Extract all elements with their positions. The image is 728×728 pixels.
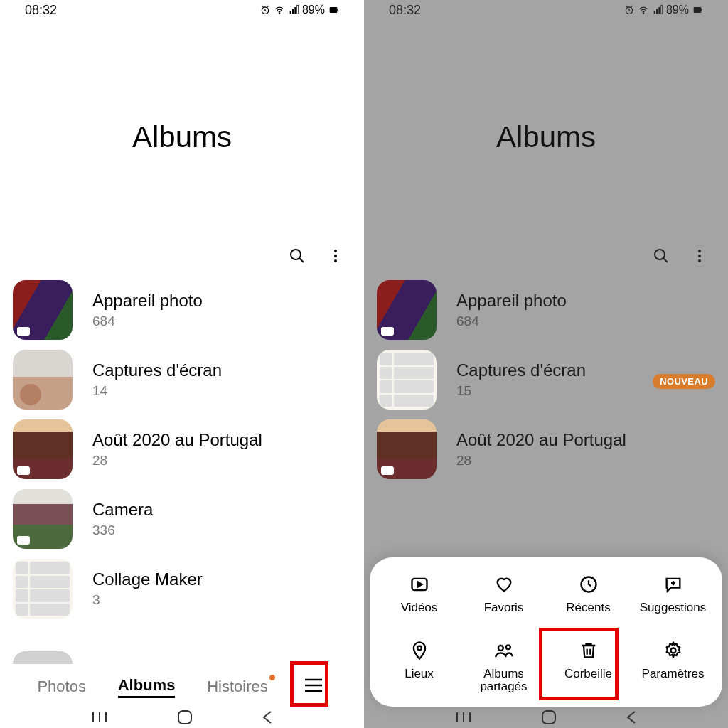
- svg-rect-20: [701, 9, 702, 11]
- tab-albums[interactable]: Albums: [118, 676, 176, 698]
- bottom-sheet-menu: Vidéos Favoris Récents Suggestions Lieux…: [370, 557, 722, 707]
- svg-point-29: [505, 645, 510, 649]
- album-thumbnail: [13, 350, 73, 410]
- albums-list: Appareil photo 684 Captures d'écran 15 N…: [364, 280, 728, 479]
- svg-point-9: [334, 250, 337, 252]
- screen-menu-sheet: 08:32 89% Albums Appareil photo 684: [364, 0, 728, 728]
- search-button[interactable]: [653, 247, 670, 267]
- status-indicators: 89%: [259, 4, 339, 16]
- home-icon[interactable]: [541, 710, 557, 725]
- svg-rect-18: [661, 5, 663, 14]
- svg-point-21: [655, 250, 665, 259]
- album-item[interactable]: Captures d'écran 15 NOUVEAU: [377, 350, 715, 410]
- svg-rect-12: [178, 711, 191, 724]
- tutorial-highlight-box: [539, 628, 619, 700]
- album-item[interactable]: Camera 336: [13, 489, 351, 549]
- battery-percent: 89%: [666, 4, 689, 16]
- menu-videos[interactable]: Vidéos: [377, 574, 461, 615]
- svg-rect-16: [656, 9, 658, 14]
- svg-point-1: [279, 13, 279, 14]
- menu-recents[interactable]: Récents: [546, 574, 631, 615]
- status-time: 08:32: [389, 3, 421, 18]
- battery-percent: 89%: [302, 4, 325, 16]
- status-bar: 08:32 89%: [364, 0, 728, 20]
- svg-rect-17: [658, 7, 660, 14]
- wifi-icon: [274, 4, 285, 16]
- menu-lieux[interactable]: Lieux: [377, 641, 461, 694]
- search-button[interactable]: [289, 247, 306, 267]
- tab-photos[interactable]: Photos: [37, 678, 86, 696]
- menu-albums-partages[interactable]: Albums partagés: [461, 641, 546, 694]
- album-item[interactable]: Août 2020 au Portugal 28: [377, 419, 715, 479]
- svg-point-27: [417, 646, 422, 650]
- album-item[interactable]: Captures d'écran 14: [13, 350, 351, 410]
- alarm-icon: [259, 4, 271, 16]
- svg-rect-31: [542, 711, 555, 724]
- album-item[interactable]: Appareil photo 684: [377, 280, 715, 340]
- album-count: 14: [92, 383, 351, 399]
- menu-label: Suggestions: [640, 601, 707, 615]
- tab-label: Histoires: [207, 678, 268, 695]
- album-item[interactable]: Août 2020 au Portugal 28: [13, 419, 351, 479]
- chat-plus-icon: [663, 574, 683, 594]
- svg-rect-15: [654, 11, 655, 14]
- album-count: 684: [92, 314, 351, 329]
- home-icon[interactable]: [177, 710, 193, 725]
- android-nav-bar: [364, 707, 728, 728]
- menu-label: Paramètres: [642, 668, 705, 681]
- album-name: Appareil photo: [92, 291, 351, 311]
- svg-rect-3: [292, 9, 294, 14]
- svg-rect-5: [297, 5, 299, 14]
- more-button[interactable]: [327, 247, 344, 267]
- bottom-tabs: Photos Albums Histoires: [0, 667, 364, 707]
- battery-icon: [692, 4, 703, 16]
- back-icon[interactable]: [626, 710, 636, 724]
- signal-icon: [288, 4, 299, 16]
- alarm-icon: [623, 4, 635, 16]
- more-button[interactable]: [691, 247, 708, 267]
- recent-apps-icon[interactable]: [92, 711, 107, 724]
- menu-button[interactable]: [300, 674, 327, 700]
- svg-point-22: [698, 250, 701, 252]
- album-item[interactable]: Collage Maker 3: [13, 559, 351, 619]
- svg-rect-4: [294, 7, 296, 14]
- recent-apps-icon[interactable]: [456, 711, 471, 724]
- album-count: 3: [92, 592, 351, 608]
- wifi-icon: [638, 4, 649, 16]
- tab-histoires[interactable]: Histoires: [207, 678, 268, 696]
- status-bar: 08:32 89%: [0, 0, 364, 20]
- back-icon[interactable]: [262, 710, 272, 724]
- screen-albums-list: 08:32 89% Albums Appareil photo 684: [0, 0, 364, 728]
- menu-label: Récents: [566, 601, 610, 615]
- menu-favoris[interactable]: Favoris: [461, 574, 546, 615]
- people-icon: [494, 641, 514, 660]
- album-count: 684: [456, 314, 715, 329]
- android-nav-bar: [0, 707, 364, 728]
- album-name: Collage Maker: [92, 569, 351, 589]
- album-thumbnail: [377, 350, 437, 410]
- page-title: Albums: [496, 120, 596, 154]
- menu-corbeille[interactable]: Corbeille: [546, 641, 631, 694]
- search-icon: [653, 247, 670, 264]
- album-thumbnail: [13, 280, 73, 340]
- status-indicators: 89%: [623, 4, 703, 16]
- more-vertical-icon: [691, 247, 708, 264]
- album-thumbnail-partial: [13, 651, 73, 664]
- notification-dot-icon: [269, 675, 275, 680]
- svg-point-14: [643, 13, 643, 14]
- album-name: Août 2020 au Portugal: [92, 430, 351, 450]
- tutorial-highlight-box: [290, 661, 328, 707]
- video-icon: [410, 574, 429, 594]
- menu-label: Vidéos: [401, 601, 438, 615]
- album-thumbnail: [377, 419, 437, 479]
- album-count: 336: [92, 523, 351, 538]
- album-item[interactable]: Appareil photo 684: [13, 280, 351, 340]
- svg-point-24: [698, 259, 701, 262]
- menu-suggestions[interactable]: Suggestions: [631, 574, 715, 615]
- album-name: Août 2020 au Portugal: [456, 430, 715, 450]
- album-thumbnail: [13, 559, 73, 619]
- menu-parametres[interactable]: Paramètres: [631, 641, 715, 694]
- svg-rect-2: [290, 11, 291, 14]
- clock-icon: [579, 574, 599, 594]
- page-title: Albums: [132, 120, 232, 154]
